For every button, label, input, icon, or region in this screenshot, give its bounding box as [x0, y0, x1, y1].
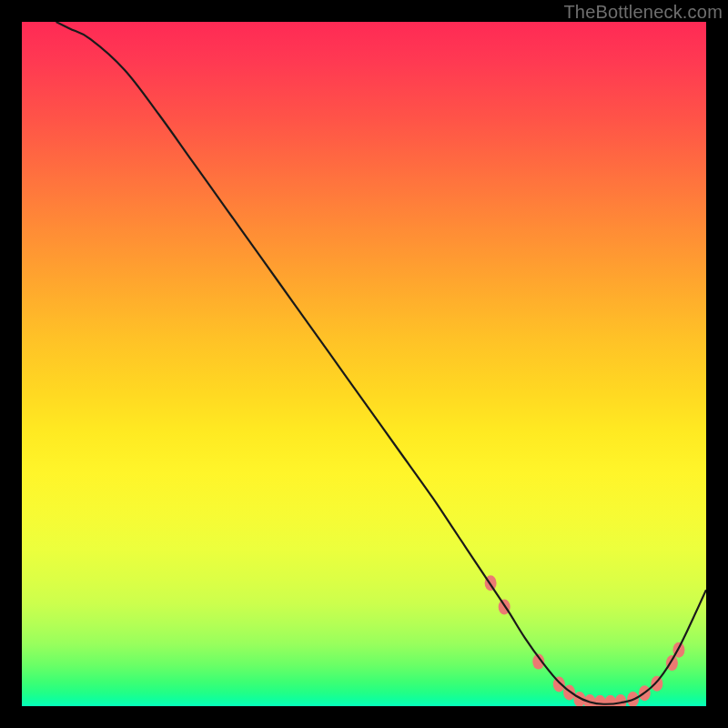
watermark-text: TheBottleneck.com [563, 2, 723, 23]
chart-svg [22, 22, 706, 706]
plot-area [22, 22, 706, 706]
dots-layer [485, 575, 685, 706]
outer-frame: TheBottleneck.com [0, 0, 728, 728]
bottleneck-curve [56, 22, 706, 704]
